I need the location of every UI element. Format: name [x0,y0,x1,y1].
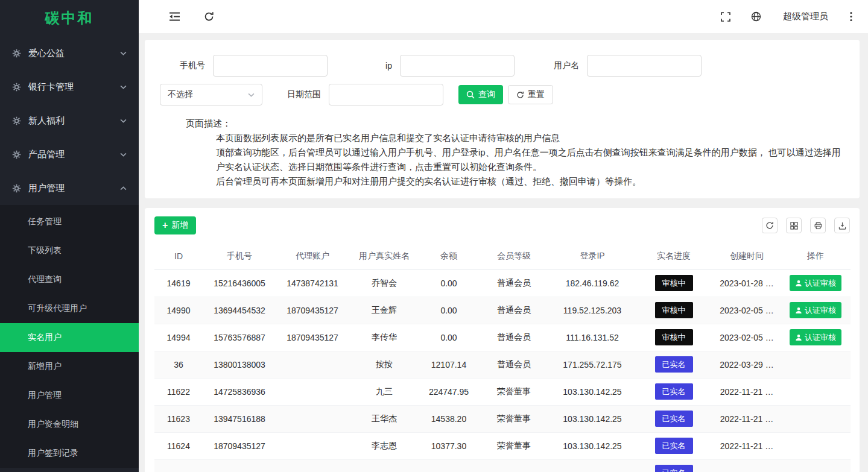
current-user[interactable]: 超级管理员 [779,11,832,22]
table-body: 146191521643600514738742131乔智会0.00普通会员18… [154,269,851,472]
table-cell [276,459,349,472]
add-user-button[interactable]: + 新增 [154,216,196,234]
add-user-button-label: 新增 [171,220,188,231]
table-cell: 13800138003 [203,351,276,378]
page-description: 页面描述： 本页面数据列表展示的是所有已实名用户信息和提交了实名认证申请待审核的… [154,116,851,189]
table-cell-actions [781,378,851,405]
reset-button[interactable]: 重置 [508,85,553,104]
chevron-down-icon [120,119,127,123]
table-cell: 14538.20 [420,405,478,432]
table-tools [762,218,850,233]
table-cell: 0.00 [420,269,478,297]
table-cell-status: 已实名 [635,405,713,432]
sidebar-sub-item[interactable]: 用户管理 [0,381,139,410]
table-cell [154,459,203,472]
table-cell-actions [781,432,851,459]
table-row: 149941576357688718709435127李传华0.00普通会员11… [154,324,851,351]
table-cell-status: 已实名 [635,351,713,378]
person-icon [795,280,802,287]
sidebar-sub-item[interactable]: 任务管理 [0,207,139,236]
column-settings-button[interactable] [786,218,802,233]
table-row: 1162418709435127李志恩10377.30荣誉董事103.130.1… [154,432,851,459]
table-cell: 14990 [154,297,203,324]
status-select[interactable]: 不选择 [160,84,262,105]
export-button[interactable] [834,218,850,233]
sidebar-sub-item[interactable]: 用户签到记录 [0,439,139,468]
table-cell-status: 审核中 [635,269,713,297]
table-cell: 乔智会 [349,269,420,297]
table-cell [276,405,349,432]
reset-button-label: 重置 [528,89,545,100]
status-badge: 已实名 [655,383,693,400]
sidebar-group-item[interactable]: 新人福利 [0,104,139,137]
sidebar-sub-item[interactable]: 实名用户 [0,323,139,352]
table-cell: 普通会员 [478,351,550,378]
table-cell: 18709435127 [203,432,276,459]
sidebar-sub-item[interactable]: 下级列表 [0,236,139,265]
ip-input[interactable] [400,55,515,77]
phone-field-group: 手机号 [154,55,335,77]
table-cell [478,459,550,472]
verify-review-button[interactable]: 认证审核 [790,329,841,345]
column-header: 会员等级 [478,243,550,269]
status-badge: 已实名 [655,411,693,427]
table-refresh-button[interactable] [762,218,778,233]
column-header: 余额 [420,243,478,269]
gear-icon [12,116,21,125]
table-row: 146191521643600514738742131乔智会0.00普通会员18… [154,269,851,297]
table-cell-status: 已实名 [635,459,713,472]
table-cell: 王金辉 [349,297,420,324]
gear-icon [12,49,21,58]
search-icon [466,90,475,99]
sidebar-sub-item[interactable]: 新增用户 [0,352,139,381]
verify-review-button[interactable]: 认证审核 [790,275,841,291]
print-button[interactable] [810,218,826,233]
column-header: 手机号 [203,243,276,269]
column-header: 创建时间 [713,243,781,269]
phone-input[interactable] [213,55,328,77]
search-button[interactable]: 查询 [458,85,503,104]
table-row: 3613800138003按按12107.14普通会员171.255.72.17… [154,351,851,378]
table-cell: 11623 [154,405,203,432]
status-badge: 已实名 [655,356,693,373]
chevron-down-icon [120,85,127,89]
sidebar-menu: 爱心公益银行卡管理新人福利产品管理用户管理 任务管理下级列表代理查询可升级代理用… [0,36,139,468]
plus-icon: + [162,221,168,230]
status-badge: 已实名 [655,438,693,455]
sidebar-group-item[interactable]: 爱心公益 [0,36,139,70]
verify-review-label: 认证审核 [805,332,836,343]
sidebar-group-item[interactable]: 产品管理 [0,137,139,171]
more-menu-icon[interactable] [847,9,855,24]
table-cell-actions: 认证审核 [781,297,851,324]
date-range-input[interactable] [329,84,443,105]
table-cell: 王华杰 [349,405,420,432]
table-cell-created: 2022-11-21 … [713,405,781,432]
sidebar-sub-item[interactable]: 可升级代理用户 [0,294,139,323]
table-header-row: ID手机号代理账户用户真实姓名余额会员等级登录IP实名进度创建时间操作 [154,243,851,269]
ip-field-group: ip [341,55,522,77]
table-cell: 103.130.142.25 [550,378,635,405]
sidebar-sub-item[interactable]: 代理查询 [0,265,139,294]
menu-fold-icon[interactable] [167,10,182,24]
column-header: ID [154,243,203,269]
status-badge: 审核中 [655,329,693,346]
sidebar-group-item[interactable]: 银行卡管理 [0,70,139,104]
table-row: 1162313947516188王华杰14538.20荣誉董事103.130.1… [154,405,851,432]
fullscreen-icon[interactable] [718,10,733,24]
person-icon [795,334,802,341]
table-cell [550,459,635,472]
column-header: 登录IP [550,243,635,269]
sidebar-group-label: 用户管理 [28,183,65,194]
sidebar-sub-item[interactable]: 用户资金明细 [0,410,139,439]
status-badge: 审核中 [655,275,693,292]
language-globe-icon[interactable] [749,9,764,24]
table-cell-created: 2022-11-21 … [713,432,781,459]
table-cell: 14994 [154,324,203,351]
topbar-left [167,9,217,24]
refresh-icon[interactable] [201,9,217,24]
table-cell: 荣誉董事 [478,405,550,432]
chevron-down-icon [248,93,255,97]
verify-review-button[interactable]: 认证审核 [790,302,841,318]
username-input[interactable] [587,55,702,77]
sidebar-group-item[interactable]: 用户管理 [0,171,139,205]
